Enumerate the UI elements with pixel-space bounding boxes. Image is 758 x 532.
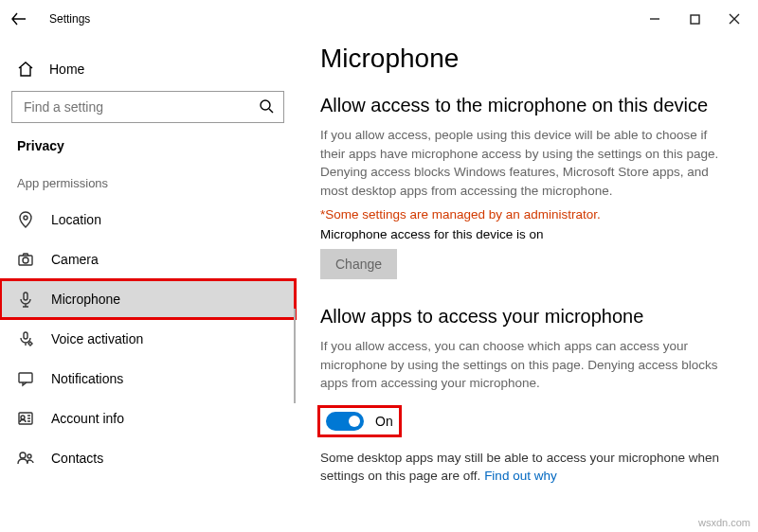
section2-heading: Allow apps to access your microphone — [320, 306, 735, 328]
back-button[interactable] — [0, 0, 38, 38]
window-controls — [635, 5, 758, 33]
close-button[interactable] — [714, 5, 754, 33]
svg-point-10 — [20, 452, 26, 458]
nav-label: Camera — [51, 252, 99, 267]
notifications-icon — [17, 370, 34, 387]
microphone-icon — [17, 291, 34, 308]
sidebar-item-account-info[interactable]: Account info — [0, 399, 296, 438]
watermark: wsxdn.com — [698, 517, 750, 528]
change-button[interactable]: Change — [320, 249, 397, 279]
breadcrumb: Privacy — [0, 138, 296, 176]
toggle-label: On — [375, 414, 393, 429]
svg-point-11 — [27, 454, 31, 458]
section1-heading: Allow access to the microphone on this d… — [320, 95, 735, 116]
toggle-knob — [349, 416, 360, 427]
svg-rect-5 — [24, 293, 27, 300]
main-pane: Microphone Allow access to the microphon… — [296, 38, 758, 532]
sidebar-item-camera[interactable]: Camera — [0, 239, 296, 279]
device-status: Microphone access for this device is on — [320, 227, 735, 241]
search-icon — [259, 98, 274, 116]
sidebar-item-contacts[interactable]: Contacts — [0, 438, 296, 478]
svg-rect-0 — [691, 15, 699, 24]
nav-label: Microphone — [51, 292, 120, 307]
nav-label: Contacts — [51, 451, 103, 466]
apps-access-toggle[interactable] — [326, 412, 364, 431]
svg-point-1 — [261, 100, 270, 110]
search-input[interactable] — [22, 98, 259, 115]
section1-body: If you allow access, people using this d… — [320, 126, 735, 200]
voice-icon — [17, 330, 34, 347]
sidebar-home[interactable]: Home — [0, 53, 296, 91]
contacts-icon — [17, 450, 34, 467]
section2-body: If you allow access, you can choose whic… — [320, 337, 735, 393]
svg-point-9 — [21, 416, 25, 419]
nav-label: Location — [51, 212, 101, 227]
sidebar-item-notifications[interactable]: Notifications — [0, 359, 296, 399]
sidebar-item-microphone[interactable]: Microphone — [0, 279, 296, 319]
svg-rect-7 — [19, 373, 32, 382]
nav-label: Account info — [51, 411, 124, 426]
titlebar: Settings — [0, 0, 758, 38]
nav-label: Notifications — [51, 371, 123, 386]
maximize-button[interactable] — [675, 5, 714, 33]
svg-point-2 — [24, 216, 27, 220]
home-label: Home — [49, 62, 84, 77]
footer-note: Some desktop apps may still be able to a… — [320, 450, 735, 486]
svg-rect-6 — [24, 332, 27, 339]
account-icon — [17, 410, 34, 427]
sidebar-item-location[interactable]: Location — [0, 200, 296, 239]
home-icon — [17, 61, 34, 78]
find-out-why-link[interactable]: Find out why — [484, 469, 557, 483]
apps-access-toggle-row: On — [320, 408, 399, 434]
window-title: Settings — [38, 12, 90, 26]
sidebar-item-voice-activation[interactable]: Voice activation — [0, 319, 296, 359]
nav-label: Voice activation — [51, 331, 143, 346]
admin-warning: *Some settings are managed by an adminis… — [320, 207, 735, 222]
minimize-button[interactable] — [635, 5, 675, 33]
camera-icon — [17, 251, 34, 268]
page-title: Microphone — [320, 44, 735, 74]
section-label: App permissions — [0, 176, 296, 200]
search-box[interactable] — [11, 91, 284, 123]
svg-point-4 — [23, 257, 28, 263]
sidebar: Home Privacy App permissions Location Ca… — [0, 38, 296, 532]
location-icon — [17, 211, 34, 228]
